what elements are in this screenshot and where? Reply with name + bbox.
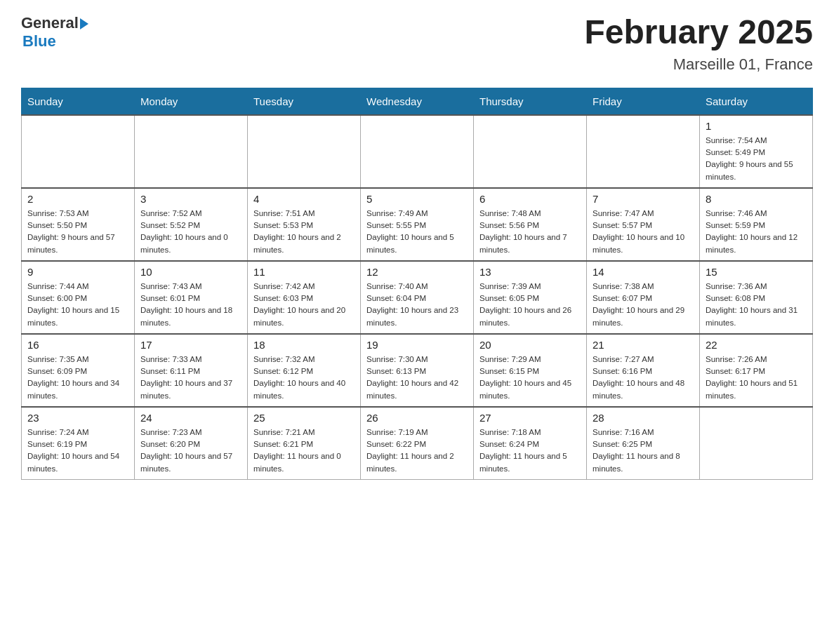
logo: General Blue [21, 14, 88, 51]
day-number: 21 [593, 339, 694, 351]
day-number: 19 [366, 339, 468, 351]
calendar-cell: 13Sunrise: 7:39 AMSunset: 6:05 PMDayligh… [474, 261, 587, 334]
day-number: 2 [27, 193, 128, 205]
calendar-cell: 26Sunrise: 7:19 AMSunset: 6:22 PMDayligh… [361, 407, 474, 480]
day-number: 20 [479, 339, 581, 351]
calendar-cell: 25Sunrise: 7:21 AMSunset: 6:21 PMDayligh… [248, 407, 361, 480]
day-number: 4 [253, 193, 355, 205]
calendar-cell: 15Sunrise: 7:36 AMSunset: 6:08 PMDayligh… [700, 261, 813, 334]
day-info: Sunrise: 7:40 AMSunset: 6:04 PMDaylight:… [366, 281, 468, 329]
day-number: 7 [593, 193, 694, 205]
calendar-cell [700, 407, 813, 480]
calendar-cell [361, 115, 474, 188]
day-info: Sunrise: 7:35 AMSunset: 6:09 PMDaylight:… [27, 354, 128, 402]
week-row-2: 2Sunrise: 7:53 AMSunset: 5:50 PMDaylight… [22, 188, 813, 261]
day-info: Sunrise: 7:21 AMSunset: 6:21 PMDaylight:… [253, 427, 355, 475]
day-number: 24 [140, 412, 241, 424]
day-number: 8 [706, 193, 807, 205]
day-info: Sunrise: 7:48 AMSunset: 5:56 PMDaylight:… [479, 208, 581, 256]
day-info: Sunrise: 7:38 AMSunset: 6:07 PMDaylight:… [593, 281, 694, 329]
day-number: 14 [593, 266, 694, 278]
header-saturday: Saturday [700, 88, 813, 115]
day-number: 3 [140, 193, 241, 205]
header-thursday: Thursday [474, 88, 587, 115]
day-info: Sunrise: 7:46 AMSunset: 5:59 PMDaylight:… [706, 208, 807, 256]
header-monday: Monday [135, 88, 248, 115]
day-number: 10 [140, 266, 241, 278]
calendar-cell [474, 115, 587, 188]
day-info: Sunrise: 7:49 AMSunset: 5:55 PMDaylight:… [366, 208, 468, 256]
title-section: February 2025 Marseille 01, France [584, 14, 813, 74]
calendar-cell: 9Sunrise: 7:44 AMSunset: 6:00 PMDaylight… [22, 261, 135, 334]
day-number: 6 [479, 193, 581, 205]
day-info: Sunrise: 7:24 AMSunset: 6:19 PMDaylight:… [27, 427, 128, 475]
day-info: Sunrise: 7:32 AMSunset: 6:12 PMDaylight:… [253, 354, 355, 402]
calendar-cell: 5Sunrise: 7:49 AMSunset: 5:55 PMDaylight… [361, 188, 474, 261]
logo-general-text: General [21, 14, 79, 32]
day-number: 5 [366, 193, 468, 205]
calendar-cell: 4Sunrise: 7:51 AMSunset: 5:53 PMDaylight… [248, 188, 361, 261]
header-tuesday: Tuesday [248, 88, 361, 115]
day-number: 12 [366, 266, 468, 278]
calendar-cell: 6Sunrise: 7:48 AMSunset: 5:56 PMDaylight… [474, 188, 587, 261]
day-number: 27 [479, 412, 581, 424]
day-number: 28 [593, 412, 694, 424]
day-info: Sunrise: 7:26 AMSunset: 6:17 PMDaylight:… [706, 354, 807, 402]
calendar-cell [135, 115, 248, 188]
week-row-3: 9Sunrise: 7:44 AMSunset: 6:00 PMDaylight… [22, 261, 813, 334]
calendar-cell: 23Sunrise: 7:24 AMSunset: 6:19 PMDayligh… [22, 407, 135, 480]
day-info: Sunrise: 7:19 AMSunset: 6:22 PMDaylight:… [366, 427, 468, 475]
day-number: 23 [27, 412, 128, 424]
week-row-1: 1Sunrise: 7:54 AMSunset: 5:49 PMDaylight… [22, 115, 813, 188]
day-info: Sunrise: 7:42 AMSunset: 6:03 PMDaylight:… [253, 281, 355, 329]
day-number: 15 [706, 266, 807, 278]
header-sunday: Sunday [22, 88, 135, 115]
day-info: Sunrise: 7:36 AMSunset: 6:08 PMDaylight:… [706, 281, 807, 329]
day-info: Sunrise: 7:52 AMSunset: 5:52 PMDaylight:… [140, 208, 241, 256]
calendar-cell: 10Sunrise: 7:43 AMSunset: 6:01 PMDayligh… [135, 261, 248, 334]
calendar-cell: 7Sunrise: 7:47 AMSunset: 5:57 PMDaylight… [587, 188, 700, 261]
day-number: 11 [253, 266, 355, 278]
page-header: General Blue February 2025 Marseille 01,… [21, 14, 813, 74]
day-info: Sunrise: 7:47 AMSunset: 5:57 PMDaylight:… [593, 208, 694, 256]
day-number: 16 [27, 339, 128, 351]
day-info: Sunrise: 7:27 AMSunset: 6:16 PMDaylight:… [593, 354, 694, 402]
day-number: 13 [479, 266, 581, 278]
day-info: Sunrise: 7:44 AMSunset: 6:00 PMDaylight:… [27, 281, 128, 329]
calendar-cell: 22Sunrise: 7:26 AMSunset: 6:17 PMDayligh… [700, 334, 813, 407]
day-info: Sunrise: 7:18 AMSunset: 6:24 PMDaylight:… [479, 427, 581, 475]
day-info: Sunrise: 7:51 AMSunset: 5:53 PMDaylight:… [253, 208, 355, 256]
day-info: Sunrise: 7:33 AMSunset: 6:11 PMDaylight:… [140, 354, 241, 402]
day-number: 25 [253, 412, 355, 424]
calendar-cell: 18Sunrise: 7:32 AMSunset: 6:12 PMDayligh… [248, 334, 361, 407]
calendar-cell: 27Sunrise: 7:18 AMSunset: 6:24 PMDayligh… [474, 407, 587, 480]
day-info: Sunrise: 7:54 AMSunset: 5:49 PMDaylight:… [706, 135, 807, 183]
day-info: Sunrise: 7:53 AMSunset: 5:50 PMDaylight:… [27, 208, 128, 256]
day-number: 1 [706, 120, 807, 132]
day-info: Sunrise: 7:16 AMSunset: 6:25 PMDaylight:… [593, 427, 694, 475]
calendar-cell: 21Sunrise: 7:27 AMSunset: 6:16 PMDayligh… [587, 334, 700, 407]
day-info: Sunrise: 7:23 AMSunset: 6:20 PMDaylight:… [140, 427, 241, 475]
day-info: Sunrise: 7:29 AMSunset: 6:15 PMDaylight:… [479, 354, 581, 402]
week-row-4: 16Sunrise: 7:35 AMSunset: 6:09 PMDayligh… [22, 334, 813, 407]
day-info: Sunrise: 7:30 AMSunset: 6:13 PMDaylight:… [366, 354, 468, 402]
calendar-cell: 11Sunrise: 7:42 AMSunset: 6:03 PMDayligh… [248, 261, 361, 334]
day-info: Sunrise: 7:39 AMSunset: 6:05 PMDaylight:… [479, 281, 581, 329]
calendar-cell: 14Sunrise: 7:38 AMSunset: 6:07 PMDayligh… [587, 261, 700, 334]
day-number: 17 [140, 339, 241, 351]
calendar-cell: 24Sunrise: 7:23 AMSunset: 6:20 PMDayligh… [135, 407, 248, 480]
calendar-cell: 19Sunrise: 7:30 AMSunset: 6:13 PMDayligh… [361, 334, 474, 407]
calendar-cell: 8Sunrise: 7:46 AMSunset: 5:59 PMDaylight… [700, 188, 813, 261]
month-title: February 2025 [584, 14, 813, 51]
calendar-cell: 2Sunrise: 7:53 AMSunset: 5:50 PMDaylight… [22, 188, 135, 261]
calendar-cell: 28Sunrise: 7:16 AMSunset: 6:25 PMDayligh… [587, 407, 700, 480]
calendar-cell [587, 115, 700, 188]
day-number: 26 [366, 412, 468, 424]
day-number: 22 [706, 339, 807, 351]
calendar-cell: 1Sunrise: 7:54 AMSunset: 5:49 PMDaylight… [700, 115, 813, 188]
day-number: 9 [27, 266, 128, 278]
header-wednesday: Wednesday [361, 88, 474, 115]
calendar-cell: 17Sunrise: 7:33 AMSunset: 6:11 PMDayligh… [135, 334, 248, 407]
calendar-cell: 16Sunrise: 7:35 AMSunset: 6:09 PMDayligh… [22, 334, 135, 407]
header-friday: Friday [587, 88, 700, 115]
